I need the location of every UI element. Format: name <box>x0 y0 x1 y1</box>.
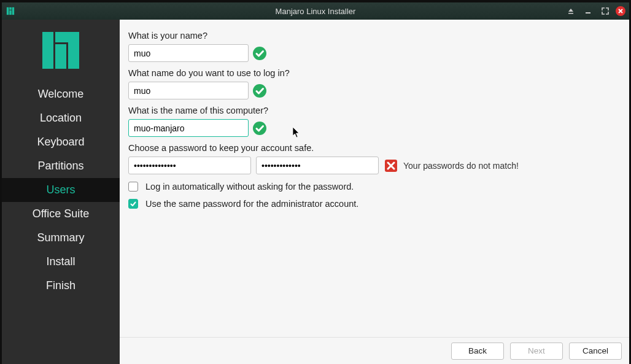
autologin-row: Log in automatically without asking for … <box>128 182 621 192</box>
window-title: Manjaro Linux Installer <box>2 7 629 16</box>
svg-rect-5 <box>586 12 590 14</box>
sidebar-item-users[interactable]: Users <box>2 178 120 202</box>
sidebar-item-finish[interactable]: Finish <box>2 274 120 298</box>
sidebar-item-summary[interactable]: Summary <box>2 226 120 250</box>
svg-rect-9 <box>68 32 79 69</box>
svg-rect-1 <box>9 7 12 10</box>
minimize-icon[interactable] <box>581 5 595 17</box>
titlebar-controls <box>564 5 625 17</box>
installer-window: Manjaro Linux Installer <box>2 2 629 364</box>
check-icon <box>252 83 267 98</box>
sidebar-item-welcome[interactable]: Welcome <box>2 82 120 106</box>
next-button[interactable]: Next <box>510 343 563 360</box>
svg-point-11 <box>253 84 266 98</box>
name-label: What is your name? <box>128 31 621 41</box>
password-error-text: Your passwords do not match! <box>403 161 519 171</box>
hostname-input[interactable] <box>128 119 249 137</box>
reuse-pw-row: Use the same password for the administra… <box>128 199 621 209</box>
sidebar-item-location[interactable]: Location <box>2 106 120 130</box>
password-field-block: Choose a password to keep your account s… <box>128 143 621 174</box>
close-icon[interactable] <box>616 6 625 16</box>
svg-point-10 <box>253 47 266 60</box>
sidebar-item-partitions[interactable]: Partitions <box>2 154 120 178</box>
sidebar-item-office-suite[interactable]: Office Suite <box>2 202 120 226</box>
name-input[interactable] <box>128 44 249 62</box>
keep-above-icon[interactable] <box>564 5 578 17</box>
password-input[interactable] <box>128 157 251 174</box>
svg-rect-7 <box>55 44 66 69</box>
content: Welcome Location Keyboard Partitions Use… <box>2 20 629 364</box>
svg-rect-3 <box>12 7 15 15</box>
svg-rect-2 <box>9 10 12 15</box>
password-label: Choose a password to keep your account s… <box>128 143 621 153</box>
maximize-icon[interactable] <box>598 5 612 17</box>
login-input[interactable] <box>128 82 249 99</box>
svg-rect-6 <box>42 32 53 69</box>
reuse-pw-checkbox[interactable] <box>128 199 138 209</box>
sidebar-item-keyboard[interactable]: Keyboard <box>2 130 120 154</box>
titlebar: Manjaro Linux Installer <box>2 2 629 20</box>
sidebar-item-install[interactable]: Install <box>2 250 120 274</box>
check-icon <box>252 46 267 61</box>
sidebar: Welcome Location Keyboard Partitions Use… <box>2 20 120 364</box>
name-field-block: What is your name? <box>128 31 621 62</box>
svg-rect-4 <box>568 13 573 14</box>
autologin-checkbox[interactable] <box>128 182 138 192</box>
reuse-pw-label: Use the same password for the administra… <box>145 199 358 209</box>
login-label: What name do you want to use to log in? <box>128 68 621 78</box>
login-field-block: What name do you want to use to log in? <box>128 68 621 99</box>
footer: Back Next Cancel <box>120 337 629 364</box>
svg-point-12 <box>253 122 266 135</box>
hostname-field-block: What is the name of this computer? <box>128 106 621 137</box>
password-confirm-input[interactable] <box>256 157 379 174</box>
form-area: What is your name? What name do you want… <box>120 20 629 337</box>
back-button[interactable]: Back <box>451 343 504 360</box>
manjaro-logo <box>41 31 80 72</box>
cancel-button[interactable]: Cancel <box>569 343 622 360</box>
hostname-label: What is the name of this computer? <box>128 106 621 115</box>
autologin-label: Log in automatically without asking for … <box>145 182 354 192</box>
check-icon <box>252 121 267 136</box>
svg-rect-0 <box>7 7 9 15</box>
main-panel: What is your name? What name do you want… <box>120 20 629 364</box>
error-icon <box>384 158 398 173</box>
app-icon <box>6 6 15 16</box>
